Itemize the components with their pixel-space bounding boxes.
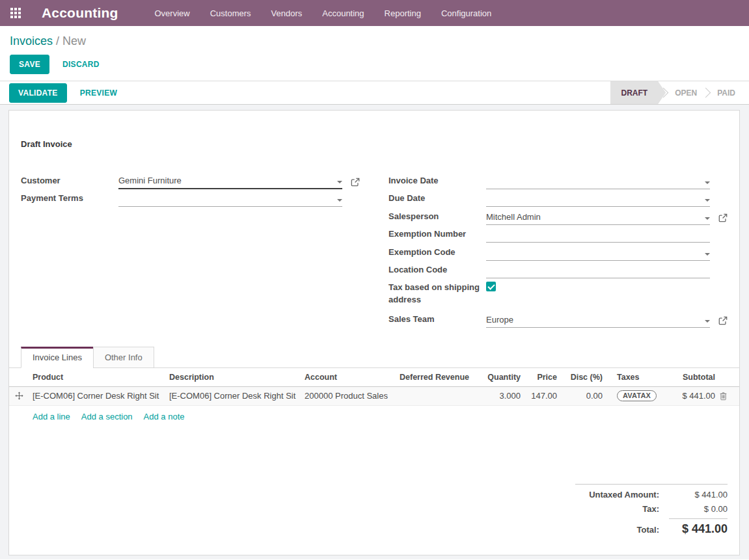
external-link-icon[interactable] bbox=[718, 316, 728, 325]
col-taxes: Taxes bbox=[606, 373, 672, 382]
chevron-down-icon[interactable] bbox=[705, 199, 710, 202]
drag-handle-icon[interactable] bbox=[15, 392, 23, 400]
cell-account[interactable]: 200000 Product Sales bbox=[301, 391, 396, 401]
notebook-tabs: Invoice Lines Other Info bbox=[9, 347, 739, 368]
payment-terms-label: Payment Terms bbox=[21, 193, 118, 207]
cell-disc[interactable]: 0.00 bbox=[561, 391, 606, 401]
add-note-link[interactable]: Add a note bbox=[144, 412, 185, 421]
save-button[interactable]: SAVE bbox=[10, 55, 49, 74]
breadcrumb-invoices-link[interactable]: Invoices bbox=[10, 34, 53, 47]
chevron-down-icon[interactable] bbox=[337, 199, 342, 202]
total-value: $ 441.00 bbox=[669, 518, 728, 536]
breadcrumb: Invoices / New bbox=[10, 34, 739, 48]
cell-subtotal: $ 441.00 bbox=[672, 391, 719, 401]
field-row-sales-team: Sales Team Europe bbox=[388, 310, 728, 328]
add-section-link[interactable]: Add a section bbox=[81, 412, 133, 421]
table-row[interactable]: [E-COM06] Corner Desk Right Sit [E-COM06… bbox=[9, 387, 739, 406]
field-row-location-code: Location Code bbox=[388, 261, 728, 279]
cell-description[interactable]: [E-COM06] Corner Desk Right Sit bbox=[165, 391, 301, 401]
col-account: Account bbox=[301, 373, 396, 382]
sales-team-input[interactable]: Europe bbox=[486, 313, 710, 328]
invoice-form-sheet: Draft Invoice Customer Gemini Furniture … bbox=[8, 110, 740, 555]
field-row-tax-shipping: Tax based on shipping address bbox=[388, 281, 728, 306]
exemption-code-input[interactable] bbox=[486, 246, 710, 261]
status-draft[interactable]: DRAFT bbox=[610, 81, 666, 104]
payment-terms-input[interactable] bbox=[118, 192, 342, 207]
table-header-row: Product Description Account Deferred Rev… bbox=[9, 368, 739, 387]
breadcrumb-current: New bbox=[62, 34, 86, 47]
top-nav-bar: Accounting Overview Customers Vendors Ac… bbox=[0, 0, 749, 26]
content-area: Draft Invoice Customer Gemini Furniture … bbox=[0, 105, 749, 559]
tab-other-info[interactable]: Other Info bbox=[93, 347, 154, 368]
form-title: Draft Invoice bbox=[21, 139, 728, 149]
preview-button[interactable]: PREVIEW bbox=[80, 84, 117, 102]
field-row-customer: Customer Gemini Furniture bbox=[21, 171, 360, 189]
salesperson-value: Mitchell Admin bbox=[486, 212, 541, 222]
col-disc: Disc (%) bbox=[561, 373, 606, 382]
cell-quantity[interactable]: 3.000 bbox=[474, 391, 524, 401]
app-title: Accounting bbox=[42, 5, 118, 21]
nav-item-customers[interactable]: Customers bbox=[210, 8, 251, 18]
chevron-down-icon[interactable] bbox=[705, 217, 710, 220]
field-row-due-date: Due Date bbox=[388, 189, 728, 207]
field-row-exemption-number: Exemption Number bbox=[388, 225, 728, 243]
nav-item-reporting[interactable]: Reporting bbox=[385, 8, 421, 18]
field-row-exemption-code: Exemption Code bbox=[388, 243, 728, 261]
col-subtotal: Subtotal bbox=[672, 373, 719, 382]
exemption-code-label: Exemption Code bbox=[388, 247, 486, 261]
external-link-icon[interactable] bbox=[351, 178, 360, 187]
tax-label: Tax: bbox=[575, 504, 659, 514]
exemption-number-label: Exemption Number bbox=[388, 229, 486, 243]
field-row-salesperson: Salesperson Mitchell Admin bbox=[388, 207, 728, 225]
salesperson-label: Salesperson bbox=[388, 211, 486, 225]
tax-shipping-label: Tax based on shipping address bbox=[388, 281, 486, 306]
tax-value: $ 0.00 bbox=[669, 504, 728, 514]
nav-item-vendors[interactable]: Vendors bbox=[271, 8, 303, 18]
tab-invoice-lines[interactable]: Invoice Lines bbox=[21, 347, 94, 368]
breadcrumb-separator: / bbox=[56, 34, 59, 47]
add-line-link[interactable]: Add a line bbox=[33, 412, 70, 421]
cell-price[interactable]: 147.00 bbox=[524, 391, 561, 401]
due-date-input[interactable] bbox=[486, 192, 710, 207]
tax-row: Tax: $ 0.00 bbox=[575, 504, 728, 514]
customer-label: Customer bbox=[21, 176, 118, 189]
total-label: Total: bbox=[575, 525, 659, 535]
nav-item-overview[interactable]: Overview bbox=[155, 8, 190, 18]
col-quantity: Quantity bbox=[474, 373, 524, 382]
form-right-column: Invoice Date Due Date Sale bbox=[388, 171, 728, 328]
location-code-input[interactable] bbox=[486, 263, 710, 278]
status-pipeline: DRAFT OPEN PAID bbox=[610, 81, 749, 104]
trash-icon[interactable] bbox=[719, 392, 728, 401]
col-price: Price bbox=[524, 373, 561, 382]
discard-button[interactable]: DISCARD bbox=[62, 55, 100, 73]
top-nav-menu: Overview Customers Vendors Accounting Re… bbox=[155, 8, 492, 18]
exemption-number-input[interactable] bbox=[486, 228, 710, 243]
customer-input[interactable]: Gemini Furniture bbox=[118, 174, 342, 189]
validate-button[interactable]: VALIDATE bbox=[9, 83, 67, 103]
sales-team-label: Sales Team bbox=[388, 314, 486, 328]
chevron-down-icon[interactable] bbox=[705, 320, 710, 323]
invoice-date-label: Invoice Date bbox=[388, 176, 486, 189]
status-paid[interactable]: PAID bbox=[706, 81, 746, 104]
chevron-down-icon[interactable] bbox=[337, 181, 342, 183]
nav-item-accounting[interactable]: Accounting bbox=[322, 8, 364, 18]
cell-product[interactable]: [E-COM06] Corner Desk Right Sit bbox=[29, 391, 165, 401]
control-panel: Invoices / New SAVE DISCARD bbox=[0, 26, 749, 81]
chevron-down-icon[interactable] bbox=[705, 253, 710, 256]
nav-item-configuration[interactable]: Configuration bbox=[441, 8, 491, 18]
tax-shipping-checkbox[interactable] bbox=[486, 282, 496, 291]
invoice-date-input[interactable] bbox=[486, 174, 710, 189]
customer-value: Gemini Furniture bbox=[118, 176, 182, 185]
apps-menu-icon[interactable] bbox=[10, 8, 21, 18]
external-link-icon[interactable] bbox=[718, 213, 728, 222]
form-left-column: Customer Gemini Furniture Payment Terms bbox=[21, 171, 360, 207]
untaxed-amount-label: Untaxed Amount: bbox=[575, 490, 659, 500]
table-add-links: Add a line Add a section Add a note bbox=[9, 406, 739, 428]
tax-badge[interactable]: AVATAX bbox=[617, 390, 657, 401]
location-code-label: Location Code bbox=[388, 265, 486, 278]
statusbar-row: VALIDATE PREVIEW DRAFT OPEN PAID bbox=[0, 81, 749, 105]
sales-team-value: Europe bbox=[486, 315, 513, 325]
chevron-down-icon[interactable] bbox=[705, 181, 710, 184]
untaxed-amount-value: $ 441.00 bbox=[669, 490, 728, 500]
salesperson-input[interactable]: Mitchell Admin bbox=[486, 210, 710, 225]
